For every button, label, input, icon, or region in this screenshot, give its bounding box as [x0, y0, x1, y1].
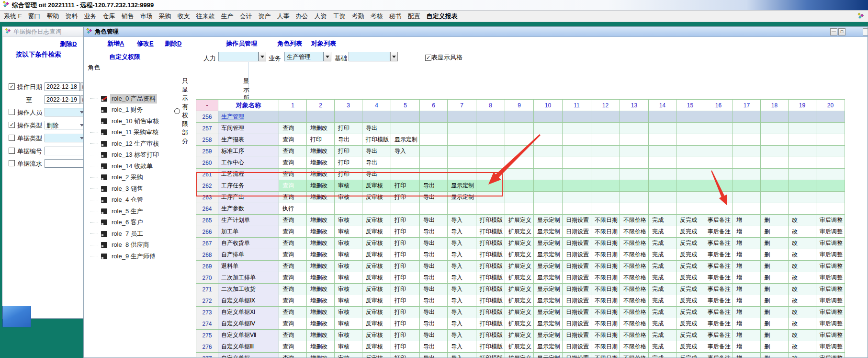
permission-cell[interactable]: [620, 123, 649, 134]
permission-cell[interactable]: 审核: [335, 215, 362, 226]
permission-cell[interactable]: [620, 146, 649, 157]
permission-cell[interactable]: [448, 146, 476, 157]
role-tree-item[interactable]: role_11 采购审核: [85, 127, 160, 138]
permission-cell[interactable]: [591, 134, 620, 146]
permission-cell[interactable]: [505, 180, 534, 192]
permission-cell[interactable]: [789, 203, 816, 215]
permission-cell[interactable]: 导出: [420, 307, 448, 318]
object-name-cell[interactable]: 生产参数: [218, 203, 279, 215]
permission-cell[interactable]: 反审核: [362, 318, 391, 330]
permission-cell[interactable]: [534, 203, 563, 215]
permission-cell[interactable]: 事后备注: [704, 330, 733, 341]
permission-cell[interactable]: [761, 192, 789, 203]
permission-cell[interactable]: 导出: [362, 169, 391, 180]
permission-cell[interactable]: 显示定制: [534, 226, 563, 238]
permission-cell[interactable]: 增: [733, 353, 761, 358]
permission-cell[interactable]: 日期设置: [563, 295, 591, 307]
permission-cell[interactable]: [591, 111, 620, 123]
custom-permission-link[interactable]: 自定义权限: [109, 53, 140, 61]
toolbar-link[interactable]: 删除D: [165, 39, 181, 48]
permission-cell[interactable]: [733, 192, 761, 203]
permission-cell[interactable]: [591, 192, 620, 203]
permission-cell[interactable]: 显示定制: [534, 272, 563, 284]
permission-cell[interactable]: 打印模版: [476, 272, 505, 284]
permission-cell[interactable]: 显示定制: [534, 307, 563, 318]
permission-cell[interactable]: 导出: [420, 353, 448, 358]
permission-cell[interactable]: [733, 203, 761, 215]
permission-cell[interactable]: [563, 192, 591, 203]
permission-cell[interactable]: [761, 180, 789, 192]
permission-cell[interactable]: [704, 146, 733, 157]
permission-cell[interactable]: 反完成: [676, 226, 704, 238]
permission-cell[interactable]: 日期设置: [563, 307, 591, 318]
permission-cell[interactable]: [476, 180, 505, 192]
permission-cell[interactable]: 打印: [391, 353, 420, 358]
permission-cell[interactable]: 完成: [649, 353, 676, 358]
permission-cell[interactable]: [649, 169, 676, 180]
permission-cell[interactable]: [505, 157, 534, 169]
permission-cell[interactable]: 查询: [279, 157, 307, 169]
permission-cell[interactable]: 事后备注: [704, 295, 733, 307]
permission-cell[interactable]: 不限日期: [591, 353, 620, 358]
filter-checkbox[interactable]: [9, 148, 15, 154]
permission-cell[interactable]: [789, 192, 816, 203]
permission-cell[interactable]: 显示定制: [534, 353, 563, 358]
category-combo[interactable]: [218, 52, 259, 61]
permission-cell[interactable]: 日期设置: [563, 341, 591, 353]
permission-cell[interactable]: 显示定制: [534, 284, 563, 295]
permission-cell[interactable]: 审后调整: [816, 307, 845, 318]
permission-cell[interactable]: 审核: [335, 249, 362, 261]
permission-cell[interactable]: 删: [761, 249, 789, 261]
permission-cell[interactable]: [789, 146, 816, 157]
permission-cell[interactable]: [649, 203, 676, 215]
permission-cell[interactable]: 改: [789, 341, 816, 353]
tab-link[interactable]: 对象列表: [311, 39, 336, 48]
permission-cell[interactable]: 打印模版: [476, 284, 505, 295]
permission-cell[interactable]: 导入: [448, 341, 476, 353]
permission-cell[interactable]: 导出: [362, 157, 391, 169]
permission-cell[interactable]: [591, 203, 620, 215]
permission-cell[interactable]: 审核: [335, 192, 362, 203]
category-combo[interactable]: [349, 52, 390, 61]
role-tree-item[interactable]: role_9 生产师傅: [85, 251, 157, 261]
object-name-cell[interactable]: 加工单: [218, 226, 279, 238]
permission-cell[interactable]: [534, 111, 563, 123]
role-tree-item[interactable]: role_3 销售: [85, 184, 145, 194]
permission-cell[interactable]: [505, 203, 534, 215]
permission-cell[interactable]: 反完成: [676, 238, 704, 249]
permission-cell[interactable]: 日期设置: [563, 330, 591, 341]
permission-cell[interactable]: 打印: [391, 238, 420, 249]
permission-cell[interactable]: [534, 192, 563, 203]
menu-item[interactable]: 资产: [259, 12, 271, 21]
permission-cell[interactable]: 反完成: [676, 272, 704, 284]
permission-cell[interactable]: [676, 146, 704, 157]
permission-cell[interactable]: 反完成: [676, 353, 704, 358]
permission-cell[interactable]: 扩展定义: [505, 330, 534, 341]
permission-cell[interactable]: [789, 134, 816, 146]
permission-cell[interactable]: 完成: [649, 341, 676, 353]
permission-cell[interactable]: [761, 123, 789, 134]
text-input[interactable]: [45, 159, 89, 168]
permission-cell[interactable]: 不限日期: [591, 330, 620, 341]
permission-cell[interactable]: 查询: [279, 261, 307, 272]
permission-cell[interactable]: 日期设置: [563, 249, 591, 261]
date-input[interactable]: 2022-12-19: [45, 95, 80, 104]
menu-item[interactable]: 收支: [178, 12, 190, 21]
permission-cell[interactable]: [391, 111, 420, 123]
permission-cell[interactable]: 反审核: [362, 341, 391, 353]
permission-cell[interactable]: 审后调整: [816, 318, 845, 330]
permission-cell[interactable]: 导入: [391, 146, 420, 157]
permission-cell[interactable]: 审后调整: [816, 341, 845, 353]
permission-cell[interactable]: 反审核: [362, 192, 391, 203]
permission-cell[interactable]: 不限日期: [591, 341, 620, 353]
permission-cell[interactable]: 导出: [420, 226, 448, 238]
role-tree-item[interactable]: role_1 财务: [85, 105, 145, 115]
permission-cell[interactable]: 审后调整: [816, 284, 845, 295]
permission-cell[interactable]: [420, 134, 448, 146]
permission-cell[interactable]: 改: [789, 272, 816, 284]
permission-cell[interactable]: 审核: [335, 295, 362, 307]
object-name-cell[interactable]: 自定义单据Ⅲ: [218, 341, 279, 353]
permission-cell[interactable]: [534, 134, 563, 146]
permission-cell[interactable]: 审后调整: [816, 238, 845, 249]
permission-cell[interactable]: 完成: [649, 215, 676, 226]
